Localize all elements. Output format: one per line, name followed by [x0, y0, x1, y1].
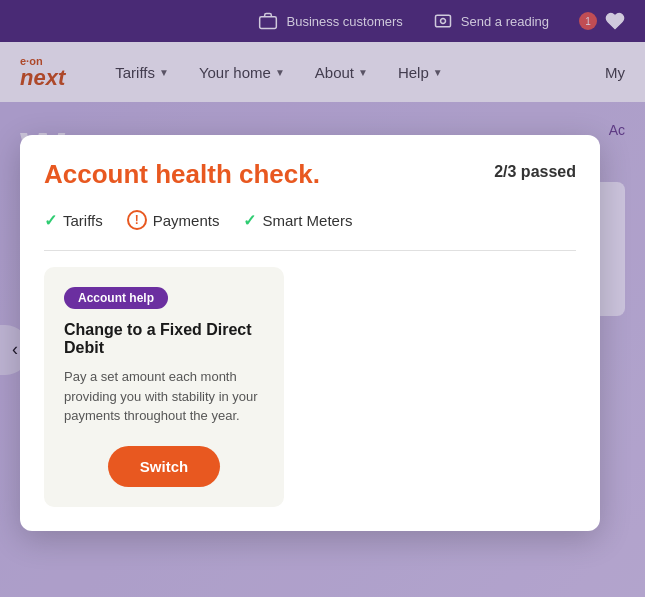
- card-description: Pay a set amount each month providing yo…: [64, 367, 264, 426]
- modal-title: Account health check.: [44, 159, 320, 190]
- check-smart-meters: ✓ Smart Meters: [243, 211, 352, 230]
- account-help-card: Account help Change to a Fixed Direct De…: [44, 267, 284, 507]
- payments-check-label: Payments: [153, 212, 220, 229]
- check-payments: ! Payments: [127, 210, 220, 230]
- passed-count: 2/3 passed: [494, 159, 576, 181]
- tariffs-check-label: Tariffs: [63, 212, 103, 229]
- account-help-badge: Account help: [64, 287, 168, 309]
- smart-meters-check-icon: ✓: [243, 211, 256, 230]
- card-area: Account help Change to a Fixed Direct De…: [44, 267, 576, 507]
- check-tariffs: ✓ Tariffs: [44, 211, 103, 230]
- smart-meters-check-label: Smart Meters: [262, 212, 352, 229]
- tariffs-check-icon: ✓: [44, 211, 57, 230]
- modal-header: Account health check. 2/3 passed: [44, 159, 576, 190]
- checks-row: ✓ Tariffs ! Payments ✓ Smart Meters: [44, 210, 576, 230]
- switch-button[interactable]: Switch: [108, 446, 220, 487]
- health-check-modal: Account health check. 2/3 passed ✓ Tarif…: [20, 135, 600, 531]
- modal-divider: [44, 250, 576, 251]
- payments-warn-icon: !: [127, 210, 147, 230]
- modal-overlay: Account health check. 2/3 passed ✓ Tarif…: [0, 0, 645, 597]
- card-title: Change to a Fixed Direct Debit: [64, 321, 264, 357]
